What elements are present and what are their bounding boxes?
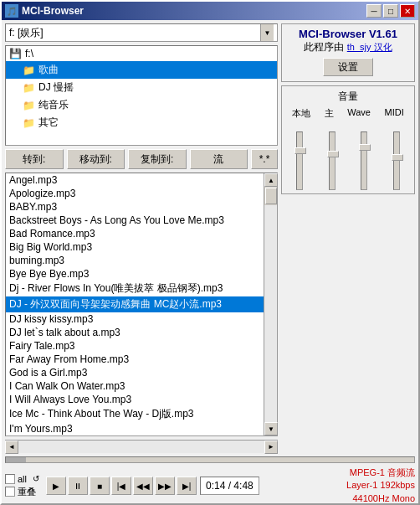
- author-label: 此程序由: [304, 41, 344, 53]
- channel-label-3: MIDI: [384, 107, 403, 120]
- next-track-button[interactable]: ▶|: [177, 477, 197, 495]
- player-progress-row: [5, 456, 415, 463]
- all-checkbox[interactable]: [5, 474, 15, 484]
- file-list: Angel.mp3 Apologize.mp3 BABY.mp3 Backstr…: [6, 173, 264, 435]
- list-item[interactable]: Ice Mc - Think About The Way - Dj版.mp3: [6, 406, 264, 422]
- left-panel: f: [娱乐] ▼ 💾 f:\ 📁 歌曲 📁 DJ 慢摇: [5, 23, 278, 453]
- scroll-up-button[interactable]: ▲: [264, 173, 278, 187]
- list-item[interactable]: Angel.mp3: [6, 173, 264, 187]
- version-title: MCI-Browser V1.61: [285, 28, 411, 40]
- title-bar: 🎵 MCI-Browser ─ □ ✕: [2, 2, 418, 20]
- content-area: f: [娱乐] ▼ 💾 f:\ 📁 歌曲 📁 DJ 慢摇: [2, 20, 418, 456]
- tree-item-other[interactable]: 📁 其它: [6, 114, 277, 131]
- tree-label-other: 其它: [38, 116, 59, 130]
- volume-slider-2[interactable]: [361, 131, 367, 190]
- tree-item-pure[interactable]: 📁 纯音乐: [6, 96, 277, 114]
- version-box: MCI-Browser V1.61 此程序由 th_sjy 汉化 设置: [281, 23, 415, 82]
- tree-item-dj[interactable]: 📁 DJ 慢摇: [6, 79, 277, 96]
- author-row: 此程序由 th_sjy 汉化: [285, 40, 411, 54]
- volume-thumb-0[interactable]: [295, 147, 306, 154]
- volume-panel: 音量 本地 主 Wave MIDI: [281, 85, 415, 194]
- player-area: all ↺ 重叠 ▶ ⏸ ■ |◀ ◀◀ ▶▶ ▶|: [2, 456, 418, 505]
- tree-label-songs: 歌曲: [38, 63, 59, 77]
- prev-button[interactable]: ◀◀: [133, 477, 153, 495]
- app-icon: 🎵: [5, 4, 18, 18]
- scroll-down-button[interactable]: ▼: [264, 422, 278, 435]
- file-list-container: Angel.mp3 Apologize.mp3 BABY.mp3 Backstr…: [5, 173, 278, 436]
- next-button[interactable]: ▶▶: [155, 477, 175, 495]
- stop-button[interactable]: ■: [90, 477, 110, 495]
- list-item[interactable]: buming.mp3: [6, 254, 264, 267]
- repeat-checkbox[interactable]: [5, 487, 15, 497]
- h-scroll-track: [18, 441, 264, 453]
- folder-icon-songs: 📁: [23, 64, 35, 76]
- volume-slider-0[interactable]: [296, 131, 303, 190]
- action-buttons-row: 转到: 移动到: 复制到: 流 *.*: [5, 149, 278, 169]
- audio-info: MPEG-1 音频流 Layer-1 192kbps 44100Hz Mono: [266, 466, 415, 505]
- settings-button[interactable]: 设置: [323, 58, 373, 76]
- volume-thumb-3[interactable]: [392, 154, 403, 161]
- channel-label-1: 主: [325, 107, 334, 120]
- player-controls-row: all ↺ 重叠 ▶ ⏸ ■ |◀ ◀◀ ▶▶ ▶|: [5, 465, 415, 505]
- folder-icon-other: 📁: [23, 117, 35, 129]
- file-list-h-scrollbar[interactable]: ◄ ►: [5, 440, 278, 453]
- list-item[interactable]: I Will Always Love You.mp3: [6, 393, 264, 406]
- h-scroll-right-button[interactable]: ►: [264, 441, 278, 454]
- list-item[interactable]: Apologize.mp3: [6, 187, 264, 200]
- volume-slider-3[interactable]: [393, 131, 400, 190]
- list-item[interactable]: Far Away From Home.mp3: [6, 353, 264, 366]
- h-scroll-left-button[interactable]: ◄: [5, 441, 18, 454]
- list-item[interactable]: DJ let`s talk about a.mp3: [6, 326, 264, 339]
- volume-labels-row: 本地 主 Wave MIDI: [285, 107, 411, 120]
- wildcard-button[interactable]: *.*: [251, 149, 278, 169]
- transport-buttons: ▶ ⏸ ■ |◀ ◀◀ ▶▶ ▶|: [46, 477, 197, 495]
- volume-thumb-1[interactable]: [327, 151, 339, 157]
- title-bar-left: 🎵 MCI-Browser: [5, 4, 84, 18]
- list-item[interactable]: Bye Bye Bye.mp3: [6, 267, 264, 281]
- list-item[interactable]: God is a Girl.mp3: [6, 366, 264, 379]
- disk-icon: 💾: [9, 48, 22, 59]
- right-panel: MCI-Browser V1.61 此程序由 th_sjy 汉化 设置 音量 本…: [281, 23, 415, 453]
- minimize-button[interactable]: ─: [366, 4, 382, 18]
- list-item[interactable]: Fairy Tale.mp3: [6, 339, 264, 353]
- scroll-track: [264, 205, 277, 422]
- channel-label-0: 本地: [292, 107, 310, 120]
- tree-item-songs[interactable]: 📁 歌曲: [6, 61, 277, 79]
- close-window-button[interactable]: ✕: [400, 4, 415, 18]
- file-list-scrollbar[interactable]: ▲ ▼: [264, 173, 277, 435]
- drive-dropdown[interactable]: f: [娱乐] ▼: [5, 23, 278, 42]
- player-top-row: [5, 456, 415, 463]
- author-name[interactable]: th_sjy 汉化: [347, 42, 392, 52]
- list-item[interactable]: I'm Yours.mp3: [6, 422, 264, 435]
- move-button[interactable]: 移动到:: [67, 149, 125, 169]
- tree-root-label: f:\: [25, 48, 33, 59]
- tree-item-root[interactable]: 💾 f:\: [6, 46, 277, 61]
- tree-label-pure: 纯音乐: [38, 98, 69, 112]
- list-item[interactable]: Dj - River Flows In You(唯美拔萃 极品钢琴).mp3: [6, 281, 264, 296]
- pause-button[interactable]: ⏸: [68, 477, 88, 495]
- volume-slider-1[interactable]: [329, 131, 335, 190]
- list-item[interactable]: Backstreet Boys - As Long As You Love Me…: [6, 214, 264, 227]
- list-item[interactable]: Big Big World.mp3: [6, 240, 264, 254]
- volume-title: 音量: [285, 90, 411, 104]
- list-item[interactable]: Bad Romance.mp3: [6, 227, 264, 240]
- list-item[interactable]: I Can Walk On Water.mp3: [6, 379, 264, 393]
- list-item[interactable]: BABY.mp3: [6, 200, 264, 214]
- all-label: all: [18, 474, 27, 484]
- list-item[interactable]: DJ kissy kissy.mp3: [6, 312, 264, 326]
- drive-select-row: f: [娱乐] ▼: [5, 23, 278, 42]
- all-checkbox-row: all ↺: [5, 474, 39, 484]
- folder-icon-dj: 📁: [23, 82, 35, 94]
- list-item-selected[interactable]: DJ - 外汉双面向导架架动感舞曲 MC赵小流.mp3: [6, 296, 264, 312]
- tree-label-dj: DJ 慢摇: [38, 80, 74, 95]
- scroll-thumb[interactable]: [265, 188, 277, 204]
- maximize-button[interactable]: □: [383, 4, 398, 18]
- prev-track-button[interactable]: |◀: [111, 477, 131, 495]
- copy-button[interactable]: 复制到:: [128, 149, 187, 169]
- volume-thumb-2[interactable]: [359, 144, 371, 151]
- goto-button[interactable]: 转到:: [5, 149, 64, 169]
- stream-button[interactable]: 流: [190, 149, 248, 169]
- time-display: 0:14 / 4:48: [200, 477, 259, 495]
- play-button[interactable]: ▶: [46, 477, 66, 495]
- audio-info-line1: MPEG-1 音频流: [266, 466, 415, 479]
